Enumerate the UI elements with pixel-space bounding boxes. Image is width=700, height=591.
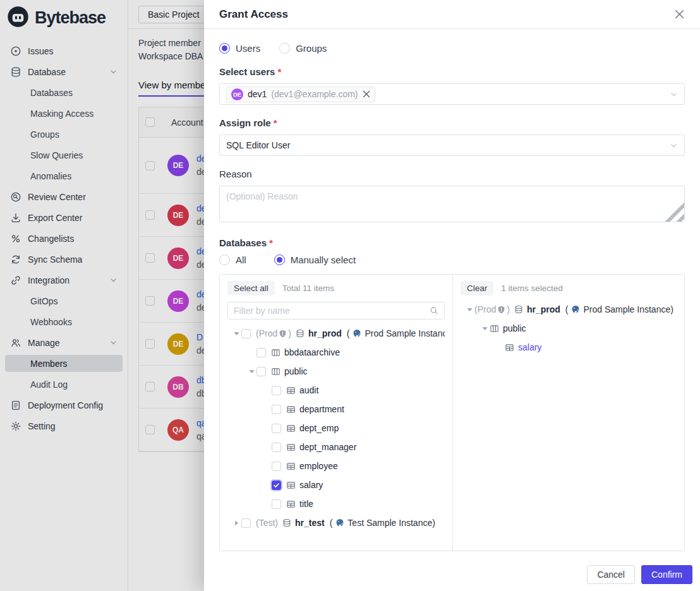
schema-icon: [271, 348, 281, 357]
table-icon: [505, 343, 514, 352]
node-name: hr_prod: [308, 328, 342, 338]
tree-row-hr-prod[interactable]: (Prod)hr_prod(Prod Sample Instance): [461, 300, 677, 319]
postgres-icon: [335, 518, 344, 527]
select-all-button[interactable]: Select all: [227, 281, 275, 296]
schema-icon: [490, 324, 499, 333]
clear-button[interactable]: Clear: [461, 281, 493, 296]
caret-right-icon[interactable]: [231, 520, 241, 527]
select-users-label: Select users*: [219, 66, 685, 77]
radio-groups[interactable]: Groups: [279, 43, 327, 54]
node-name: salary: [299, 480, 323, 490]
tree-row-dept-emp[interactable]: dept_emp: [227, 419, 445, 438]
tree-checkbox[interactable]: [241, 518, 251, 528]
node-name: department: [299, 404, 344, 414]
node-name: employee: [299, 461, 338, 471]
grant-access-modal: Grant Access Users Groups Select users*: [204, 0, 700, 591]
table-icon: [286, 443, 296, 452]
filter-by-name-input[interactable]: [234, 306, 430, 316]
tree-row-dept-manager[interactable]: dept_manager: [227, 438, 445, 457]
database-icon: [296, 329, 305, 338]
picker-source-pane: Select all Total 11 items (Prod)hr_prod(…: [220, 275, 453, 551]
environment-label: (Test): [256, 518, 278, 528]
radio-manually-select-control[interactable]: [274, 254, 285, 265]
member-type-radio-group: Users Groups: [219, 43, 685, 54]
radio-groups-control[interactable]: [279, 43, 290, 54]
table-icon: [286, 386, 296, 395]
tree-row-salary[interactable]: salary: [461, 338, 677, 357]
node-name: salary: [518, 342, 541, 352]
radio-users-control[interactable]: [219, 43, 230, 54]
table-icon: [286, 405, 296, 414]
node-name: public: [284, 366, 308, 376]
database-picker: Select all Total 11 items (Prod)hr_prod(…: [219, 274, 685, 551]
database-icon: [514, 305, 523, 314]
radio-all-databases[interactable]: All: [219, 254, 246, 265]
picker-selected-pane: Clear 1 items selected (Prod)hr_prod(Pro…: [453, 275, 684, 551]
tree-checkbox[interactable]: [272, 405, 281, 414]
table-icon: [286, 499, 296, 509]
node-name: audit: [299, 385, 318, 395]
modal-header: Grant Access: [204, 0, 700, 29]
tree-row-hr-test[interactable]: (Test)hr_test(Test Sample Instance): [227, 513, 445, 532]
filter-input-wrap: [227, 302, 445, 319]
tree-checkbox[interactable]: [256, 348, 266, 357]
postgres-icon: [571, 305, 580, 314]
chevron-down-icon: [670, 141, 678, 150]
node-name: bbdataarchive: [284, 347, 340, 357]
node-name: dept_emp: [299, 423, 339, 433]
tree-row-audit[interactable]: audit: [227, 381, 445, 400]
reason-label: Reason: [219, 169, 685, 179]
caret-down-icon[interactable]: [480, 325, 490, 332]
close-icon[interactable]: [672, 8, 686, 21]
select-users-input[interactable]: DE dev1 (dev1@example.com): [219, 83, 685, 105]
tree-checkbox[interactable]: [272, 481, 281, 490]
modal-title: Grant Access: [219, 8, 288, 21]
assign-role-select[interactable]: SQL Editor User: [219, 134, 685, 156]
remove-user-icon[interactable]: [363, 90, 370, 98]
node-name: title: [299, 499, 313, 509]
chevron-down-icon: [670, 90, 678, 98]
tree-row-bbdataarchive[interactable]: bbdataarchive: [227, 343, 445, 362]
radio-users[interactable]: Users: [219, 43, 260, 54]
environment-label: (Prod): [474, 304, 510, 314]
node-name: hr_prod: [527, 304, 560, 314]
modal-footer: Cancel Confirm: [204, 565, 700, 591]
confirm-button[interactable]: Confirm: [641, 565, 692, 584]
tree-checkbox[interactable]: [272, 386, 281, 395]
assign-role-value: SQL Editor User: [226, 140, 290, 150]
tree-row-public[interactable]: public: [227, 362, 445, 381]
instance-label: (Prod Sample Instance): [565, 304, 673, 314]
tree-row-hr-prod[interactable]: (Prod)hr_prod(Prod Sample Instance): [227, 324, 445, 343]
radio-all-control[interactable]: [219, 254, 230, 265]
tree-checkbox[interactable]: [256, 367, 266, 376]
caret-down-icon[interactable]: [231, 330, 241, 337]
tree-row-salary[interactable]: salary: [227, 475, 445, 494]
cancel-button[interactable]: Cancel: [587, 565, 635, 584]
schema-icon: [271, 367, 281, 376]
tree-row-employee[interactable]: employee: [227, 457, 445, 475]
selected-user-tag: DE dev1 (dev1@example.com): [226, 87, 375, 102]
instance-label: (Test Sample Instance): [330, 518, 435, 528]
table-icon: [286, 481, 296, 490]
tree-checkbox[interactable]: [272, 462, 281, 471]
tree-row-title[interactable]: title: [227, 494, 445, 513]
shield-icon: [497, 306, 505, 314]
tree-row-public[interactable]: public: [461, 319, 677, 338]
caret-down-icon[interactable]: [464, 306, 474, 313]
environment-label: (Prod): [256, 328, 291, 338]
search-icon: [430, 306, 438, 315]
databases-mode-radio-group: All Manually select: [219, 254, 685, 265]
tree-checkbox[interactable]: [272, 499, 281, 509]
radio-manually-select[interactable]: Manually select: [274, 254, 356, 265]
tree-checkbox[interactable]: [272, 443, 281, 452]
table-icon: [286, 462, 296, 471]
caret-down-icon[interactable]: [246, 368, 256, 375]
total-items-label: Total 11 items: [282, 284, 334, 293]
tree-row-department[interactable]: department: [227, 400, 445, 419]
selected-count-label: 1 items selected: [501, 284, 563, 293]
node-name: public: [503, 323, 526, 333]
reason-textarea[interactable]: [219, 186, 685, 222]
tree-checkbox[interactable]: [241, 329, 251, 338]
tree-checkbox[interactable]: [272, 424, 281, 433]
instance-label: (Prod Sample Instance): [347, 328, 445, 338]
